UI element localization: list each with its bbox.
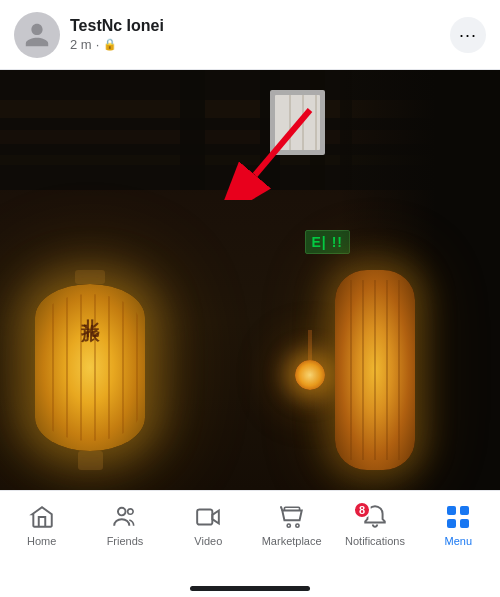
svg-point-16 [128,509,133,514]
nav-item-home[interactable]: Home [0,499,83,551]
video-label: Video [194,535,222,547]
friends-label: Friends [107,535,144,547]
notifications-label: Notifications [345,535,405,547]
scene: E| !! 北旅 [0,70,500,490]
home-icon [28,503,56,531]
bottom-indicator [190,586,310,591]
svg-point-15 [118,508,126,516]
lantern-text: 北旅 [78,304,102,314]
more-options-button[interactable]: ··· [450,17,486,53]
nav-item-friends[interactable]: Friends [83,499,166,551]
lantern-left-top [75,270,105,284]
separator: · [96,37,100,52]
notifications-icon: 8 [361,503,389,531]
lantern-right-body [335,270,415,470]
lamp-pole [308,330,312,360]
svg-rect-4 [180,70,205,190]
nav-item-notifications[interactable]: 8 Notifications [333,499,416,551]
video-icon [194,503,222,531]
username: TestNc Ionei [70,17,450,35]
lamp-glow [295,360,325,390]
svg-point-18 [287,524,290,527]
marketplace-label: Marketplace [262,535,322,547]
lantern-right [330,270,420,490]
wall-lamp [295,330,325,390]
privacy-icon: 🔒 [103,38,117,51]
lantern-left: 北旅 [30,270,150,470]
notification-badge: 8 [353,501,371,519]
menu-icon [444,503,472,531]
friends-icon [111,503,139,531]
avatar[interactable] [14,12,60,58]
avatar-icon [23,21,51,49]
menu-grid-icon [447,506,469,528]
lantern-left-bottom [78,451,103,470]
post-meta: 2 m · 🔒 [70,37,450,52]
svg-rect-17 [197,509,212,524]
marketplace-icon [278,503,306,531]
bottom-navigation: Home Friends Video [0,490,500,597]
lantern-left-body: 北旅 [35,284,145,451]
post-time: 2 m [70,37,92,52]
post-header: TestNc Ionei 2 m · 🔒 ··· [0,0,500,70]
nav-item-marketplace[interactable]: Marketplace [250,499,333,551]
more-dots-icon: ··· [459,26,477,44]
menu-label: Menu [445,535,473,547]
nav-item-menu[interactable]: Menu [417,499,500,551]
post-image: E| !! 北旅 [0,70,500,490]
svg-rect-9 [275,95,320,150]
post-user-info: TestNc Ionei 2 m · 🔒 [70,17,450,52]
home-label: Home [27,535,56,547]
nav-item-video[interactable]: Video [167,499,250,551]
svg-point-19 [295,524,298,527]
